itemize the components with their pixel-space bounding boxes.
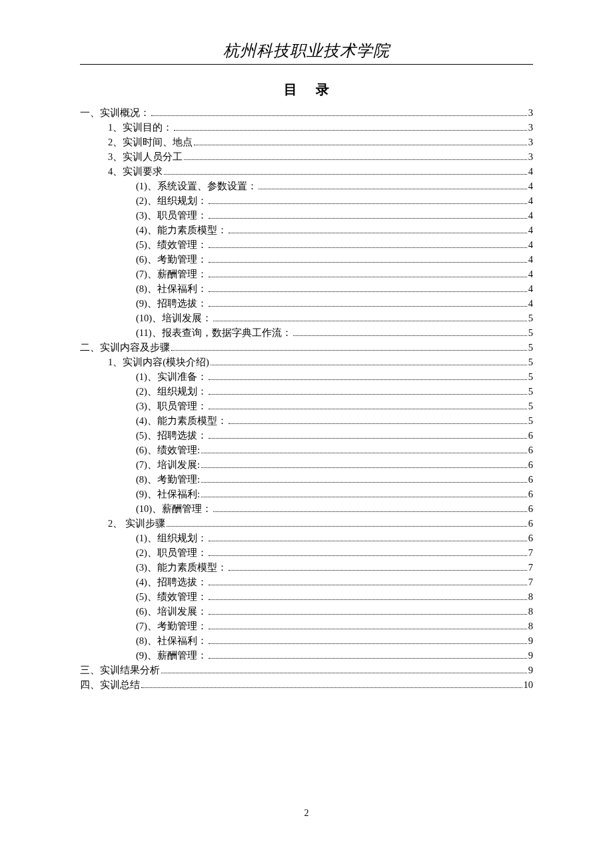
toc-entry-label: (10)、培训发展： xyxy=(136,313,212,323)
toc-leader xyxy=(209,555,527,556)
toc-entry-label: 二、实训内容及步骤 xyxy=(80,343,170,353)
toc-entry[interactable]: 3、实训人员分工3 xyxy=(80,152,533,162)
toc-entry[interactable]: (9)、薪酬管理：9 xyxy=(80,651,533,661)
toc-entry-page: 4 xyxy=(528,284,533,294)
toc-entry[interactable]: (1)、系统设置、参数设置：4 xyxy=(80,181,533,191)
toc-entry[interactable]: (1)、实训准备：5 xyxy=(80,372,533,382)
toc-entry[interactable]: (10)、薪酬管理：6 xyxy=(80,504,533,514)
toc-entry-label: 四、实训总结 xyxy=(80,680,140,690)
toc-entry-label: (3)、职员管理： xyxy=(136,401,207,411)
toc-entry-page: 6 xyxy=(528,504,533,514)
toc-entry[interactable]: 1、实训内容(模块介绍)5 xyxy=(80,357,533,367)
toc-leader xyxy=(213,511,527,512)
toc-leader xyxy=(167,526,527,527)
toc-entry-page: 5 xyxy=(528,357,533,367)
toc-leader xyxy=(209,379,527,380)
toc-entry[interactable]: 四、实训总结10 xyxy=(80,680,533,690)
toc-entry-label: (11)、报表查询，数据字典工作流： xyxy=(136,328,292,338)
toc-entry-label: (2)、组织规划： xyxy=(136,387,207,397)
header-institution: 杭州科技职业技术学院 xyxy=(80,40,533,65)
toc-entry-page: 4 xyxy=(528,299,533,309)
toc-entry[interactable]: 2、 实训步骤6 xyxy=(80,519,533,529)
toc-leader xyxy=(209,247,527,248)
toc-leader xyxy=(229,233,527,233)
toc-entry-label: (8)、社保福利： xyxy=(136,636,207,646)
toc-entry-label: (4)、招聘选拔： xyxy=(136,577,207,587)
toc-leader xyxy=(201,482,527,483)
toc-entry-page: 9 xyxy=(528,651,533,661)
toc-entry[interactable]: 二、实训内容及步骤5 xyxy=(80,343,533,353)
toc-entry[interactable]: (5)、招聘选拔：6 xyxy=(80,431,533,441)
toc-entry[interactable]: (2)、组织规划：5 xyxy=(80,387,533,397)
toc-entry-label: (1)、组织规划： xyxy=(136,533,207,543)
toc-leader xyxy=(164,174,527,175)
toc-entry[interactable]: 一、实训概况：3 xyxy=(80,108,533,118)
toc-entry[interactable]: (6)、培训发展：8 xyxy=(80,607,533,617)
toc-entry[interactable]: (6)、绩效管理:6 xyxy=(80,445,533,455)
toc-list: 一、实训概况：31、实训目的：32、实训时间、地点33、实训人员分工34、实训要… xyxy=(80,108,533,690)
toc-entry-label: (7)、薪酬管理： xyxy=(136,269,207,279)
toc-entry-page: 4 xyxy=(528,211,533,221)
toc-entry[interactable]: 1、实训目的：3 xyxy=(80,123,533,133)
toc-entry[interactable]: (7)、培训发展:6 xyxy=(80,460,533,470)
toc-entry[interactable]: (8)、社保福利：9 xyxy=(80,636,533,646)
toc-entry-page: 4 xyxy=(528,196,533,206)
toc-entry-page: 5 xyxy=(528,372,533,382)
toc-entry-label: 1、实训内容(模块介绍) xyxy=(108,357,209,367)
toc-entry-label: (7)、培训发展: xyxy=(136,460,200,470)
toc-entry-label: (9)、社保福利: xyxy=(136,489,200,499)
toc-entry[interactable]: (1)、组织规划：6 xyxy=(80,533,533,543)
toc-entry[interactable]: (7)、薪酬管理：4 xyxy=(80,269,533,279)
toc-leader xyxy=(209,218,527,219)
toc-leader xyxy=(209,438,527,439)
toc-entry-page: 8 xyxy=(528,607,533,617)
toc-entry[interactable]: (7)、考勤管理：8 xyxy=(80,621,533,631)
toc-leader xyxy=(259,189,527,189)
toc-entry-label: (5)、绩效管理： xyxy=(136,592,207,602)
toc-entry-label: 1、实训目的： xyxy=(108,123,173,133)
toc-entry[interactable]: (2)、职员管理：7 xyxy=(80,548,533,558)
toc-entry-page: 5 xyxy=(528,401,533,411)
toc-leader xyxy=(201,453,527,453)
toc-entry[interactable]: (3)、职员管理：5 xyxy=(80,401,533,411)
toc-entry-page: 4 xyxy=(528,269,533,279)
toc-entry-page: 7 xyxy=(528,548,533,558)
toc-entry-page: 6 xyxy=(528,431,533,441)
toc-entry[interactable]: (5)、绩效管理：8 xyxy=(80,592,533,602)
page-container: 杭州科技职业技术学院 目录 一、实训概况：31、实训目的：32、实训时间、地点3… xyxy=(0,0,613,690)
toc-entry[interactable]: (11)、报表查询，数据字典工作流：5 xyxy=(80,328,533,338)
toc-entry[interactable]: 2、实训时间、地点3 xyxy=(80,137,533,147)
toc-leader xyxy=(209,277,527,277)
toc-entry-label: (8)、考勤管理: xyxy=(136,475,200,485)
toc-entry-page: 6 xyxy=(528,533,533,543)
toc-leader xyxy=(209,643,527,644)
toc-leader xyxy=(213,321,527,321)
toc-entry[interactable]: (9)、社保福利:6 xyxy=(80,489,533,499)
toc-entry[interactable]: (10)、培训发展：5 xyxy=(80,313,533,323)
toc-entry[interactable]: 三、实训结果分析9 xyxy=(80,665,533,675)
toc-entry[interactable]: (2)、组织规划：4 xyxy=(80,196,533,206)
toc-entry[interactable]: (8)、社保福利：4 xyxy=(80,284,533,294)
toc-entry[interactable]: (3)、能力素质模型：7 xyxy=(80,563,533,573)
toc-leader xyxy=(209,306,527,307)
toc-leader xyxy=(209,585,527,585)
toc-entry[interactable]: (4)、能力素质模型：5 xyxy=(80,416,533,426)
toc-leader xyxy=(161,673,527,673)
toc-entry-page: 9 xyxy=(528,665,533,675)
toc-entry-page: 3 xyxy=(528,137,533,147)
toc-entry-page: 3 xyxy=(528,108,533,118)
toc-entry-label: (5)、招聘选拔： xyxy=(136,431,207,441)
toc-entry[interactable]: 4、实训要求4 xyxy=(80,167,533,177)
toc-entry[interactable]: (8)、考勤管理:6 xyxy=(80,475,533,485)
toc-entry[interactable]: (6)、考勤管理：4 xyxy=(80,255,533,265)
toc-entry[interactable]: (4)、能力素质模型：4 xyxy=(80,225,533,235)
toc-entry[interactable]: (4)、招聘选拔：7 xyxy=(80,577,533,587)
toc-entry-label: (8)、社保福利： xyxy=(136,284,207,294)
toc-entry-label: (6)、绩效管理: xyxy=(136,445,200,455)
toc-leader xyxy=(209,262,527,263)
toc-leader xyxy=(209,658,527,659)
toc-entry[interactable]: (3)、职员管理：4 xyxy=(80,211,533,221)
toc-entry-page: 6 xyxy=(528,519,533,529)
toc-entry[interactable]: (9)、招聘选拔：4 xyxy=(80,299,533,309)
toc-entry[interactable]: (5)、绩效管理：4 xyxy=(80,240,533,250)
